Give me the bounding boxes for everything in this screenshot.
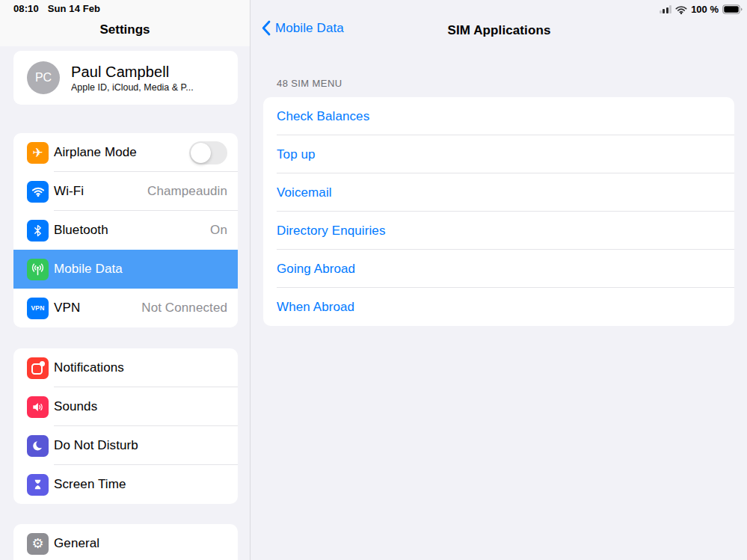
- vpn-status-value: Not Connected: [141, 301, 227, 316]
- settings-sidebar: Settings PC Paul Campbell Apple ID, iClo…: [0, 0, 250, 560]
- bluetooth-status-value: On: [210, 223, 227, 238]
- bluetooth-icon: [27, 220, 49, 241]
- menu-item-top-up[interactable]: Top up: [263, 135, 734, 173]
- sounds-icon: [27, 396, 49, 418]
- sidebar-item-wifi[interactable]: Wi-Fi Champeaudin: [13, 172, 238, 211]
- do-not-disturb-icon: [27, 435, 49, 457]
- battery-percent-label: 100 %: [691, 4, 719, 15]
- vpn-icon: VPN: [27, 298, 49, 319]
- status-time: 08:10: [13, 3, 39, 14]
- wifi-icon: [675, 5, 687, 14]
- sidebar-item-notifications[interactable]: Notifications: [13, 348, 238, 387]
- airplane-mode-toggle[interactable]: [189, 141, 227, 164]
- wifi-icon: [27, 181, 49, 203]
- sidebar-item-screen-time[interactable]: Screen Time: [13, 465, 238, 504]
- profile-subtitle: Apple ID, iCloud, Media & P...: [71, 82, 194, 93]
- sidebar-item-label: Mobile Data: [54, 262, 123, 277]
- mobile-data-icon: [27, 259, 49, 280]
- sidebar-item-general[interactable]: ⚙ General: [13, 524, 238, 560]
- sidebar-item-vpn[interactable]: VPN VPN Not Connected: [13, 289, 238, 327]
- toggle-knob: [191, 143, 211, 163]
- notifications-icon: [27, 357, 49, 379]
- sidebar-item-label: Screen Time: [54, 477, 126, 492]
- sidebar-item-airplane-mode[interactable]: ✈ Airplane Mode: [13, 133, 238, 172]
- status-bar-right: 100 %: [660, 4, 743, 15]
- status-bar-left: 08:10 Sun 14 Feb: [13, 3, 100, 14]
- sim-menu-card: Check Balances Top up Voicemail Director…: [263, 97, 734, 326]
- sidebar-group-general: ⚙ General: [13, 524, 238, 560]
- sidebar-item-label: Sounds: [54, 399, 97, 414]
- sidebar-item-sounds[interactable]: Sounds: [13, 387, 238, 426]
- sim-applications-panel: Mobile Data SIM Applications 48 SIM MENU…: [251, 0, 747, 560]
- screen-time-icon: [27, 474, 49, 496]
- cellular-signal-icon: [660, 5, 672, 13]
- menu-item-going-abroad[interactable]: Going Abroad: [263, 250, 734, 288]
- avatar: PC: [27, 61, 60, 94]
- menu-item-directory-enquiries[interactable]: Directory Enquiries: [263, 212, 734, 250]
- general-gear-icon: ⚙: [27, 533, 49, 555]
- sidebar-item-label: VPN: [54, 301, 80, 316]
- menu-item-voicemail[interactable]: Voicemail: [263, 173, 734, 212]
- sidebar-group-notifications: Notifications Sounds Do Not Disturb: [13, 348, 238, 504]
- page-title: SIM Applications: [251, 23, 747, 38]
- sidebar-item-label: Notifications: [54, 360, 124, 375]
- airplane-icon: ✈: [27, 142, 49, 164]
- sidebar-item-do-not-disturb[interactable]: Do Not Disturb: [13, 426, 238, 465]
- section-header: 48 SIM MENU: [277, 78, 342, 89]
- menu-item-check-balances[interactable]: Check Balances: [263, 97, 734, 135]
- sidebar-item-label: Airplane Mode: [54, 145, 137, 160]
- apple-id-profile-row[interactable]: PC Paul Campbell Apple ID, iCloud, Media…: [13, 51, 238, 105]
- sidebar-title: Settings: [0, 22, 250, 37]
- sidebar-item-bluetooth[interactable]: Bluetooth On: [13, 211, 238, 250]
- sidebar-group-connectivity: ✈ Airplane Mode Wi-Fi Champeaudin: [13, 133, 238, 327]
- profile-name: Paul Campbell: [71, 64, 194, 81]
- sidebar-item-label: Wi-Fi: [54, 184, 84, 199]
- sidebar-item-mobile-data[interactable]: Mobile Data: [13, 250, 238, 289]
- sidebar-item-label: Do Not Disturb: [54, 438, 138, 453]
- wifi-network-value: Champeaudin: [147, 184, 227, 199]
- menu-item-when-abroad[interactable]: When Abroad: [263, 288, 734, 326]
- battery-icon: [722, 4, 743, 14]
- sidebar-item-label: Bluetooth: [54, 223, 108, 238]
- sidebar-item-label: General: [54, 536, 99, 551]
- status-date: Sun 14 Feb: [48, 3, 100, 14]
